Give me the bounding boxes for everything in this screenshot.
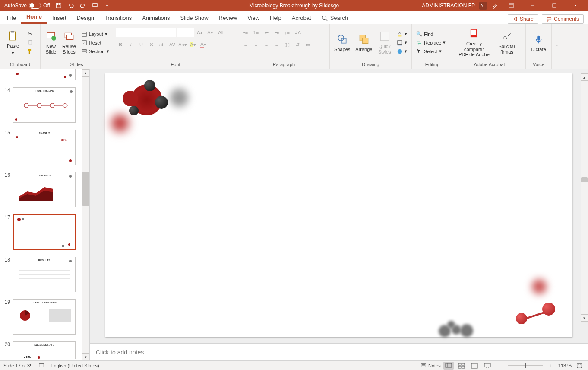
thumb-scroll-track[interactable] [82,77,89,353]
zoom-level[interactable]: 113 % [558,363,572,368]
ribbon: Paste ▾ ✂ Clipboard + New Slide Reuse Sl… [0,24,588,69]
collapse-ribbon-icon[interactable]: ⌃ [552,44,563,49]
tab-file[interactable]: File [2,12,21,24]
tab-animations[interactable]: Animations [137,12,175,24]
undo-icon[interactable] [67,2,74,9]
find-button[interactable]: 🔍Find [414,30,447,38]
tab-slideshow[interactable]: Slide Show [175,12,213,24]
tab-transitions[interactable]: Transitions [99,12,137,24]
close-icon[interactable] [567,0,585,11]
save-icon[interactable] [55,2,62,9]
slide-thumb-14[interactable]: TRIAL TIMELINE [13,87,76,123]
select-button[interactable]: Select ▾ [414,48,447,55]
copy-button[interactable] [25,39,35,47]
justify-button: ≡ [272,40,281,49]
replace-button[interactable]: Replace ▾ [414,39,447,47]
language-indicator[interactable]: English (United States) [51,363,99,368]
cut-button[interactable]: ✂ [25,30,35,38]
font-color-button: A▾ [199,40,208,49]
comments-button[interactable]: Comments [542,14,584,24]
svg-rect-6 [553,4,556,7]
format-painter-button[interactable] [25,48,35,55]
svg-rect-17 [29,51,30,54]
maximize-icon[interactable] [546,0,563,11]
slide-thumb-16[interactable]: TENDENCY [13,172,76,207]
shape-fill-button[interactable]: ▾ [395,30,409,38]
shape-effects-button[interactable]: ▾ [395,48,409,55]
create-share-pdf-button[interactable]: Crear y compartir PDF de Adobe [456,27,492,58]
minimize-icon[interactable] [524,0,541,11]
shape-outline-button[interactable]: ▾ [395,39,409,47]
tab-help[interactable]: Help [265,12,287,24]
start-from-beginning-icon[interactable] [92,2,98,9]
zoom-out-button[interactable]: − [495,362,506,370]
slide-sorter-view-button[interactable] [456,362,467,370]
notes-pane[interactable]: Click to add notes [90,343,588,360]
reuse-slides-button[interactable]: Reuse Slides [60,29,78,55]
section-button[interactable]: Section▾ [79,48,111,55]
normal-view-button[interactable] [443,362,454,370]
strikethrough-button: ab [157,40,167,49]
slide-thumb-15[interactable]: PHASE 2 80% [13,130,76,165]
shapes-button[interactable]: Shapes [332,32,352,53]
svg-rect-65 [484,363,490,367]
editor-scroll-up[interactable]: ▴ [581,73,588,81]
tab-review[interactable]: Review [214,12,243,24]
zoom-slider[interactable] [508,365,543,366]
svg-rect-39 [537,35,540,40]
thumb-scroll-handle[interactable] [82,172,89,206]
autosave-switch[interactable] [29,3,41,9]
reset-button[interactable]: Reset [79,39,111,47]
autosave-toggle[interactable]: AutoSave Off [4,3,50,9]
slide-thumb-13-partial[interactable] [13,69,76,80]
title-bar: AutoSave Off Microbiology Breakthrough b… [0,0,588,11]
svg-rect-13 [11,31,14,32]
request-signatures-button[interactable]: Solicitar firmas [494,29,520,55]
fit-to-window-button[interactable] [574,362,585,370]
editor-vertical-scrollbar[interactable]: ▴ ▾ [581,73,588,322]
slide-thumb-18[interactable]: RESULTS [13,257,76,292]
slide-canvas[interactable] [105,73,572,337]
slide-thumb-19[interactable]: RESULTS ANALYSIS [13,299,76,335]
dictate-button[interactable]: Dictate [528,32,549,53]
qat-more-icon[interactable] [104,2,111,9]
paste-button[interactable]: Paste ▾ [3,29,23,56]
redo-icon[interactable] [79,2,86,9]
tab-home[interactable]: Home [21,11,47,24]
accessibility-icon[interactable] [38,362,44,369]
share-button[interactable]: Share [508,14,538,24]
group-label-font: Font [113,61,238,69]
zoom-knob[interactable] [525,363,526,368]
font-size-combo[interactable] [177,28,194,37]
font-name-combo[interactable] [116,28,176,37]
arrange-button[interactable]: Arrange [354,32,374,53]
zoom-in-button[interactable]: + [545,362,556,370]
new-slide-button[interactable]: + New Slide [43,29,59,55]
tab-design[interactable]: Design [72,12,99,24]
editor-scroll-down[interactable]: ▾ [581,314,588,322]
autosave-label: AutoSave [4,3,27,9]
thumb-scroll-down[interactable]: ▾ [82,353,89,360]
svg-point-43 [63,103,67,108]
thumb-scroll-up[interactable]: ▴ [82,69,89,77]
user-name: ADMINISTRACION FP [422,3,475,9]
slide-thumb-17[interactable] [13,214,76,250]
slide-counter[interactable]: Slide 17 of 39 [3,363,32,368]
svg-rect-63 [471,363,477,368]
editor-scroll-handle[interactable] [581,177,588,182]
ribbon-display-icon[interactable] [503,0,520,11]
tab-view[interactable]: View [242,12,265,24]
ink-icon[interactable] [491,2,498,9]
notes-toggle[interactable]: Notes [420,363,441,369]
svg-rect-16 [28,49,31,51]
user-avatar[interactable]: AF [479,2,487,10]
reading-view-button[interactable] [469,362,480,370]
tab-insert[interactable]: Insert [47,12,72,24]
tab-acrobat[interactable]: Acrobat [287,12,316,24]
reset-icon [81,40,87,46]
slide-thumb-20-partial[interactable]: SUCCESS RATE 75% [13,341,76,359]
char-spacing-button: AV [168,40,177,49]
layout-button[interactable]: Layout▾ [79,30,111,38]
slideshow-view-button[interactable] [482,362,493,370]
tell-me-search[interactable]: Search [316,12,353,24]
